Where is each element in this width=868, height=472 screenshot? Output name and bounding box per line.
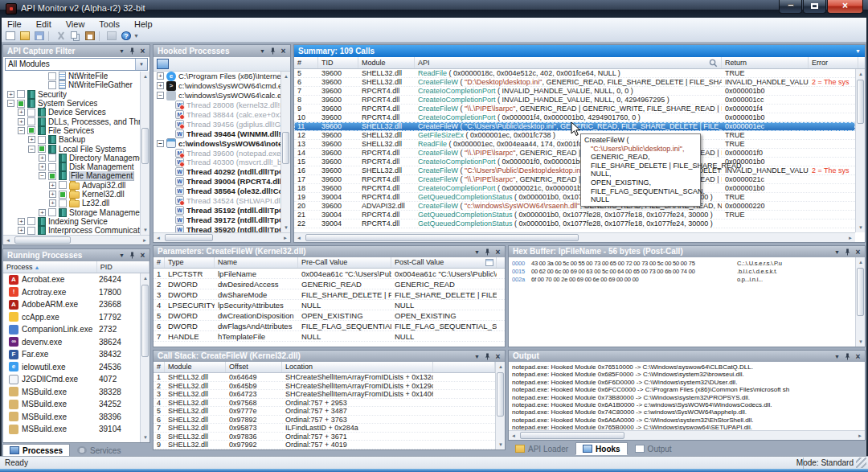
- scrollbar[interactable]: ▲▼: [280, 72, 290, 232]
- filter-checkbox[interactable]: [48, 208, 56, 216]
- help-icon[interactable]: ?: [119, 31, 133, 42]
- stack-frame-row[interactable]: 7SHELL32.dll0x95873ILFindLastID + 0x284a: [154, 424, 495, 433]
- hooked-process-item[interactable]: WThread 34524 (SHLWAPI.dll!Ordinal: [154, 196, 281, 206]
- column-name[interactable]: Name: [218, 258, 237, 266]
- expand-toggle-icon[interactable]: +: [49, 191, 56, 198]
- filter-tree-item[interactable]: +Disk Management: [4, 162, 141, 171]
- api-call-row[interactable]: 1339600SHELL32.dllReadFile ( 0x000001ec,…: [294, 140, 855, 149]
- filter-tree-item[interactable]: +Device Services: [4, 108, 141, 117]
- paste-icon[interactable]: [83, 31, 97, 42]
- pin-icon[interactable]: [842, 247, 853, 257]
- scrollbar-thumb[interactable]: [141, 285, 149, 357]
- expand-toggle-icon[interactable]: +: [39, 209, 46, 216]
- filter-checkbox[interactable]: [48, 81, 56, 89]
- pin-icon[interactable]: [842, 351, 853, 362]
- chevron-down-icon[interactable]: ▼: [472, 351, 482, 362]
- column-pre-call-value[interactable]: Pre-Call Value: [301, 258, 347, 266]
- hooked-process-item[interactable]: +eC:\Program Files (x86)\Internet Explor…: [154, 72, 281, 81]
- api-call-row[interactable]: 2239004RPCRT4.dllGetQueuedCompletionStat…: [294, 220, 855, 228]
- hooked-process-item[interactable]: WThread 40292 (ntdll.dll!TpCallbackM: [154, 167, 281, 177]
- filter-checkbox[interactable]: [48, 154, 56, 162]
- filter-tree-item[interactable]: +Security: [4, 90, 141, 99]
- column-location[interactable]: Location: [285, 363, 313, 371]
- stack-frame-row[interactable]: 6SHELL32.dll0x97892Ordinal:757 + 3763: [154, 416, 495, 425]
- pin-icon[interactable]: [482, 351, 493, 362]
- tab-api-loader[interactable]: API Loader: [508, 442, 575, 455]
- api-call-row[interactable]: 1839600RPCRT4.dllCreateIoCompletionPort …: [294, 184, 855, 193]
- column-type[interactable]: Type: [168, 258, 184, 266]
- filter-tree-item[interactable]: +Indexing Service: [4, 217, 141, 226]
- process-row[interactable]: FFar.exe38432: [4, 348, 141, 361]
- filter-tree-item[interactable]: +Directory Management: [4, 154, 141, 162]
- api-call-row[interactable]: 2039600ADVAPI32.dllCreateFileW ( "c:\win…: [294, 202, 855, 211]
- expand-toggle-icon[interactable]: +: [49, 199, 56, 207]
- filter-checkbox[interactable]: [27, 227, 35, 235]
- filter-tree-item[interactable]: +Kernel32.dll: [4, 190, 141, 199]
- print-icon[interactable]: [104, 31, 119, 42]
- scrollbar[interactable]: ◄►: [294, 232, 855, 242]
- column-num[interactable]: #: [297, 59, 301, 67]
- stack-frame-row[interactable]: 1SHELL32.dll0x64649SHCreateShellItemArra…: [154, 373, 495, 382]
- module-filter-select[interactable]: All Modules ▼: [5, 58, 148, 71]
- filter-checkbox[interactable]: [59, 181, 67, 189]
- scrollbar[interactable]: ◄►: [509, 430, 865, 440]
- chevron-down-icon[interactable]: ▼: [853, 46, 863, 56]
- chevron-down-icon[interactable]: ▼: [117, 46, 127, 56]
- expand-toggle-icon[interactable]: +: [18, 109, 25, 116]
- expand-toggle-icon[interactable]: −: [28, 146, 35, 153]
- scrollbar-thumb[interactable]: [282, 132, 289, 164]
- api-call-row[interactable]: 1639600SHELL32.dllCreateFileW ( "C:\User…: [294, 166, 855, 175]
- menu-file[interactable]: File: [0, 18, 29, 31]
- process-row[interactable]: !Acrotray.exe17800: [4, 286, 141, 299]
- column-pid[interactable]: PID: [100, 263, 113, 271]
- api-call-row[interactable]: 739600RPCRT4.dllCreateIoCompletionPort (…: [294, 87, 855, 96]
- tab-services[interactable]: Services: [70, 444, 128, 457]
- filter-checkbox[interactable]: [27, 217, 35, 225]
- parameter-row[interactable]: 6DWORDdwFlagsAndAttributesFILE_FLAG_SEQU…: [154, 321, 505, 331]
- scrollbar[interactable]: ◄►: [3, 235, 149, 244]
- process-row[interactable]: ∞devenv.exe38624: [4, 336, 141, 349]
- hooked-process-item[interactable]: MThread 39600 (notepad.exe+0x31E: [154, 148, 281, 158]
- pin-icon[interactable]: [127, 46, 137, 56]
- filter-tree-item[interactable]: +Interprocess Communications: [4, 226, 141, 235]
- column-api[interactable]: API: [418, 59, 430, 67]
- column--[interactable]: #: [157, 258, 161, 266]
- scrollbar-thumb[interactable]: [165, 234, 213, 241]
- stack-frame-row[interactable]: 9SHELL32.dll0x97992Ordinal:757 + 4019: [154, 441, 495, 449]
- scrollbar-thumb[interactable]: [305, 234, 579, 241]
- api-call-row[interactable]: 1539600RPCRT4.dllCreateIoCompletionPort …: [294, 158, 855, 166]
- stack-frame-row[interactable]: 8SHELL32.dll0x97836Ordinal:757 + 3671: [154, 433, 495, 441]
- parameter-row[interactable]: 2DWORDdwDesiredAccessGENERIC_READGENERIC…: [154, 279, 505, 289]
- expand-toggle-icon[interactable]: +: [49, 182, 56, 189]
- expand-toggle-icon[interactable]: +: [18, 227, 25, 234]
- close-icon[interactable]: ×: [493, 247, 503, 257]
- filter-tree-item[interactable]: −System Services: [4, 99, 141, 108]
- close-icon[interactable]: ×: [853, 351, 863, 362]
- maximize-button[interactable]: [803, 0, 826, 14]
- filter-checkbox[interactable]: [27, 109, 35, 117]
- process-row[interactable]: J2GDllCmd.exe4072: [4, 373, 141, 386]
- scrollbar[interactable]: ▲▼: [855, 69, 865, 232]
- minimize-button[interactable]: [779, 0, 802, 14]
- column-return[interactable]: Return: [725, 59, 747, 67]
- filter-checkbox[interactable]: [59, 191, 67, 199]
- menu-view[interactable]: View: [59, 18, 92, 31]
- column-offset[interactable]: Offset: [229, 363, 248, 371]
- scrollbar-thumb[interactable]: [857, 80, 864, 124]
- filter-tree-item[interactable]: NtWriteFileGather: [4, 80, 141, 89]
- parameter-row[interactable]: 5DWORDdwCreationDispositionOPEN_EXISTING…: [154, 310, 505, 321]
- cut-icon[interactable]: [54, 31, 68, 42]
- expand-toggle-icon[interactable]: −: [18, 127, 25, 134]
- scrollbar[interactable]: ▲▼: [495, 362, 505, 449]
- hooked-process-item[interactable]: MThread 38844 (calc.exe+0x3830B): [154, 110, 281, 120]
- hooked-process-item[interactable]: WThread 35192 (ntdll.dll!TpCallbackM: [154, 205, 281, 215]
- close-button[interactable]: ×: [827, 0, 863, 14]
- close-icon[interactable]: ×: [278, 46, 289, 56]
- expand-toggle-icon[interactable]: +: [18, 118, 25, 125]
- process-row[interactable]: AAcrobat.exe26424: [4, 273, 141, 286]
- chevron-down-icon[interactable]: ▼: [257, 46, 268, 56]
- stack-frame-row[interactable]: 5SHELL32.dll0x9777eOrdinal:757 + 3487: [154, 407, 495, 416]
- filter-tree-item[interactable]: +DLLs, Processes, and Threads: [4, 117, 141, 125]
- expand-toggle-icon[interactable]: +: [28, 136, 35, 143]
- hooked-process-item[interactable]: WThread 40300 (msvcrt.dll!_beginthr: [154, 158, 281, 167]
